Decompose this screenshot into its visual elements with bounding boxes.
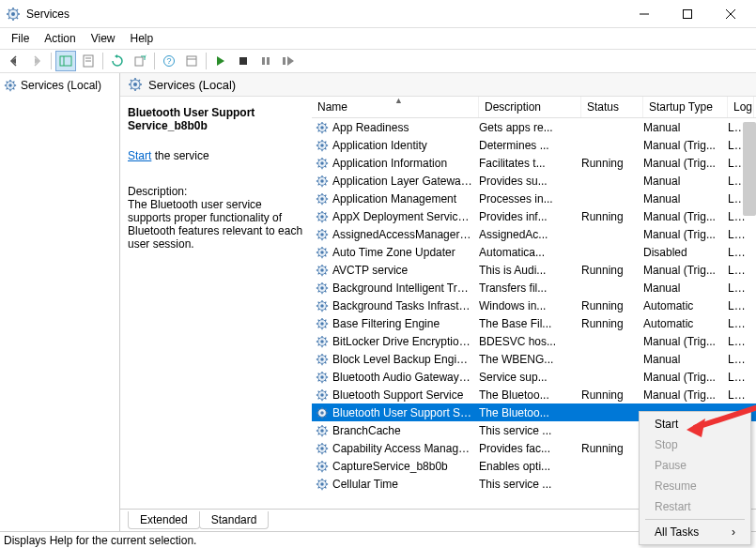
service-logon: Loca	[728, 371, 754, 384]
menu-action[interactable]: Action	[37, 30, 83, 47]
service-name: BranchCache	[332, 424, 479, 437]
service-description: Automatica...	[479, 246, 581, 259]
pause-service-button[interactable]	[255, 51, 276, 71]
service-description: AssignedAc...	[479, 228, 581, 241]
service-row[interactable]: Application IdentityDetermines ...Manual…	[312, 136, 756, 154]
menu-view[interactable]: View	[84, 30, 123, 47]
gear-icon	[316, 139, 329, 152]
service-status: Running	[581, 442, 643, 455]
service-description: The Bluetoo...	[479, 406, 581, 419]
service-row[interactable]: Base Filtering EngineThe Base Fil...Runn…	[312, 314, 756, 332]
service-name: Block Level Backup Engine ...	[332, 353, 479, 366]
forward-button[interactable]	[26, 51, 47, 71]
gear-icon	[316, 282, 329, 295]
service-description: The WBENG...	[479, 353, 581, 366]
svg-rect-14	[187, 56, 196, 66]
service-startup: Manual	[643, 192, 728, 206]
service-name: Application Layer Gateway ...	[332, 175, 479, 188]
sort-indicator-icon: ▲	[394, 97, 403, 105]
column-startup[interactable]: Startup Type	[643, 97, 728, 117]
service-name: Bluetooth Audio Gateway S...	[332, 371, 479, 384]
gear-icon	[316, 246, 329, 259]
service-startup: Manual (Trig...	[643, 371, 728, 384]
service-name: AssignedAccessManager Se...	[332, 228, 479, 241]
maximize-button[interactable]	[666, 0, 709, 28]
service-startup: Manual	[643, 282, 728, 295]
start-service-button[interactable]	[210, 51, 231, 71]
service-status: Running	[581, 264, 643, 277]
gear-icon	[316, 157, 329, 170]
service-logon: Loca	[728, 264, 754, 277]
service-startup: Manual (Trig...	[643, 210, 728, 223]
service-description: Processes in...	[479, 192, 581, 206]
annotation-arrow	[685, 405, 756, 443]
service-row[interactable]: Application InformationFacilitates t...R…	[312, 154, 756, 172]
service-description: Enables opti...	[479, 460, 581, 473]
gear-icon	[4, 79, 17, 92]
service-row[interactable]: Bluetooth Support ServiceThe Bluetoo...R…	[312, 386, 756, 403]
service-row[interactable]: AssignedAccessManager Se...AssignedAc...…	[312, 225, 756, 243]
service-row[interactable]: Application Layer Gateway ...Provides su…	[312, 172, 756, 190]
service-row[interactable]: Auto Time Zone UpdaterAutomatica...Disab…	[312, 243, 756, 261]
service-logon: Loca	[728, 228, 754, 241]
svg-rect-6	[60, 56, 71, 66]
column-logon[interactable]: Log	[728, 97, 754, 117]
vertical-scrollbar[interactable]	[743, 122, 756, 216]
gear-icon	[316, 460, 329, 473]
close-button[interactable]	[709, 0, 752, 28]
stop-service-button[interactable]	[233, 51, 254, 71]
selected-service-name: Bluetooth User Support Service_b8b0b	[128, 106, 304, 132]
service-name: BitLocker Drive Encryption ...	[332, 335, 479, 348]
service-description: Provides inf...	[479, 210, 581, 223]
gear-icon	[316, 442, 329, 455]
svg-rect-19	[283, 57, 285, 65]
properties-button[interactable]	[78, 51, 99, 71]
gear-icon	[128, 77, 143, 92]
service-logon: Loca	[728, 282, 754, 295]
minimize-button[interactable]	[623, 0, 666, 28]
service-description: This service ...	[479, 478, 581, 491]
svg-rect-18	[267, 57, 270, 65]
service-logon: Loca	[728, 317, 754, 330]
window-title: Services	[26, 8, 623, 21]
service-description: Facilitates t...	[479, 157, 581, 170]
gear-icon	[316, 335, 329, 348]
start-link[interactable]: Start	[128, 149, 151, 162]
help-button[interactable]: ?	[159, 51, 179, 71]
service-startup: Disabled	[643, 246, 728, 259]
service-row[interactable]: Block Level Backup Engine ...The WBENG..…	[312, 350, 756, 368]
tree-item-services-local[interactable]: Services (Local)	[0, 77, 119, 94]
service-row[interactable]: Bluetooth Audio Gateway S...Service sup.…	[312, 368, 756, 386]
service-row[interactable]: Background Intelligent Tran...Transfers …	[312, 279, 756, 297]
view-button[interactable]	[181, 51, 202, 71]
service-status: Running	[581, 317, 643, 330]
service-name: Cellular Time	[332, 478, 479, 491]
service-name: App Readiness	[332, 121, 479, 134]
service-row[interactable]: Application ManagementProcesses in...Man…	[312, 190, 756, 207]
ctx-all-tasks[interactable]: All Tasks	[641, 522, 748, 542]
service-startup: Manual	[643, 175, 728, 188]
tree-item-label: Services (Local)	[21, 79, 101, 92]
description-label: Description:	[128, 185, 304, 198]
menubar: File Action View Help	[0, 28, 756, 49]
menu-file[interactable]: File	[4, 30, 37, 47]
service-row[interactable]: AppX Deployment Service (...Provides inf…	[312, 207, 756, 225]
restart-service-button[interactable]	[278, 51, 299, 71]
service-row[interactable]: Background Tasks Infrastruc...Windows in…	[312, 297, 756, 314]
titlebar: Services	[0, 0, 756, 28]
ctx-resume: Resume	[641, 476, 748, 496]
export-list-button[interactable]	[130, 51, 150, 71]
refresh-button[interactable]	[107, 51, 128, 71]
service-row[interactable]: BitLocker Drive Encryption ...BDESVC hos…	[312, 332, 756, 350]
back-button[interactable]	[4, 51, 24, 71]
column-status[interactable]: Status	[581, 97, 643, 117]
service-row[interactable]: App ReadinessGets apps re...ManualLoca	[312, 118, 756, 136]
menu-help[interactable]: Help	[123, 30, 162, 47]
tab-standard[interactable]: Standard	[199, 511, 270, 529]
column-description[interactable]: Description	[479, 97, 581, 117]
app-icon	[6, 7, 21, 22]
service-name: Capability Access Manager ...	[332, 442, 479, 455]
show-hide-console-tree-button[interactable]	[55, 51, 76, 71]
service-row[interactable]: AVCTP serviceThis is Audi...RunningManua…	[312, 261, 756, 279]
tab-extended[interactable]: Extended	[128, 511, 200, 529]
